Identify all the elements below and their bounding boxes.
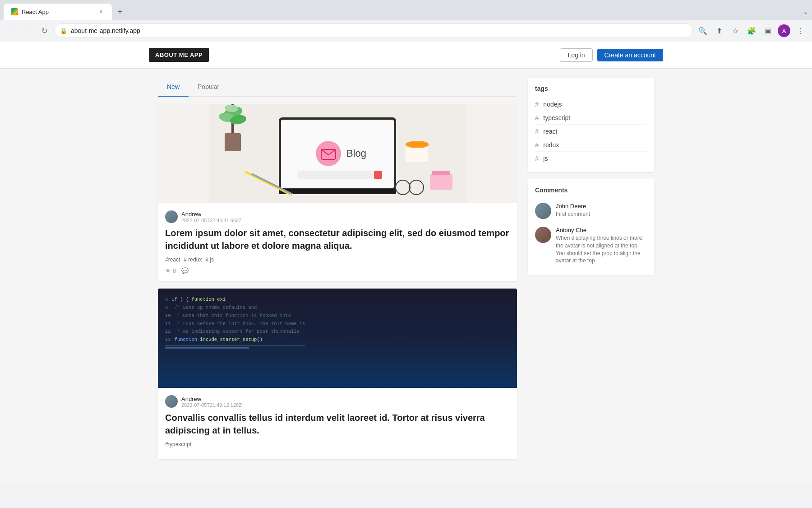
app-header: ABOUT ME APP Log in Create an account bbox=[0, 42, 812, 69]
post-title-2[interactable]: Convallis convallis tellus id interdum v… bbox=[165, 411, 510, 437]
svg-rect-6 bbox=[225, 133, 241, 151]
post-date-1: 2022-07-05T22:45:41.662Z bbox=[181, 218, 242, 223]
post-avatar-1 bbox=[165, 210, 178, 223]
post-comments-stat-1: 💬 bbox=[181, 267, 189, 274]
post-views-1: 👁 8 bbox=[165, 267, 176, 274]
menu-icon[interactable]: ⋮ bbox=[794, 24, 807, 37]
tab-popular[interactable]: Popular bbox=[189, 78, 228, 97]
tag-item-nodejs[interactable]: # nodejs bbox=[535, 98, 647, 111]
tabs-bar: New Popular bbox=[158, 78, 517, 97]
comment-content-1: John Deere First comment bbox=[556, 203, 647, 219]
hash-icon: # bbox=[535, 141, 539, 149]
sidebar: tags # nodejs # typescript # react # bbox=[528, 78, 654, 466]
main-layout: New Popular bbox=[158, 69, 654, 475]
post-tags-2: #typescript bbox=[165, 441, 510, 447]
forward-button[interactable]: → bbox=[22, 24, 34, 37]
share-icon[interactable]: ⬆ bbox=[713, 24, 725, 37]
tags-section: tags # nodejs # typescript # react # bbox=[528, 78, 654, 172]
browser-toolbar: ← → ↻ 🔒 about-me-app.netlify.app 🔍 ⬆ ☆ 🧩… bbox=[0, 20, 812, 42]
toolbar-icons: 🔍 ⬆ ☆ 🧩 ▣ A ⋮ bbox=[697, 24, 807, 37]
post-image-1: Blog bbox=[158, 104, 517, 203]
eye-icon: 👁 bbox=[165, 267, 171, 274]
comment-author-2: Antony Che bbox=[556, 227, 647, 233]
profile-button[interactable]: A bbox=[778, 24, 790, 37]
comment-text-1: First comment bbox=[556, 210, 647, 218]
tag-item-redux[interactable]: # redux bbox=[535, 138, 647, 152]
svg-rect-12 bbox=[297, 171, 378, 179]
svg-rect-22 bbox=[432, 171, 450, 175]
search-icon[interactable]: 🔍 bbox=[697, 24, 709, 37]
extensions-icon[interactable]: 🧩 bbox=[745, 24, 758, 37]
tag-label-redux: redux bbox=[543, 141, 559, 149]
tag-item-react[interactable]: # react bbox=[535, 125, 647, 138]
tag-label-js: js bbox=[543, 155, 548, 162]
svg-text:Blog: Blog bbox=[346, 148, 366, 159]
comment-avatar-john bbox=[535, 203, 551, 219]
svg-rect-21 bbox=[430, 174, 452, 190]
svg-point-18 bbox=[406, 142, 427, 147]
post-author-name-2: Andrew bbox=[181, 396, 242, 402]
post-date-2: 2022-07-05T21:49:12.128Z bbox=[181, 402, 242, 408]
svg-rect-14 bbox=[279, 189, 396, 194]
tag-label-react: react bbox=[543, 128, 557, 135]
post-tag[interactable]: # js bbox=[205, 256, 214, 263]
sidebar-toggle-icon[interactable]: ▣ bbox=[761, 24, 774, 37]
post-title-1[interactable]: Lorem ipsum dolor sit amet, consectetur … bbox=[165, 227, 510, 252]
tag-label-typescript: typescript bbox=[543, 114, 570, 121]
tab-bar: React App × + ⌄ bbox=[0, 0, 812, 20]
comment-avatar-antony bbox=[535, 227, 551, 243]
post-body-2: Andrew 2022-07-05T21:49:12.128Z Convalli… bbox=[158, 388, 517, 459]
login-button[interactable]: Log in bbox=[560, 48, 592, 62]
post-author-name-1: Andrew bbox=[181, 211, 242, 218]
post-card-2[interactable]: 8if ( { function_exi 9 /* Sets up theme … bbox=[158, 289, 517, 459]
browser-tab-react[interactable]: React App × bbox=[4, 4, 112, 20]
comment-content-2: Antony Che When displaying three lines o… bbox=[556, 227, 647, 265]
lock-icon: 🔒 bbox=[60, 28, 67, 34]
comment-icon: 💬 bbox=[181, 267, 189, 274]
tags-title: tags bbox=[535, 85, 647, 92]
comment-author-1: John Deere bbox=[556, 203, 647, 210]
tab-new[interactable]: New bbox=[158, 78, 189, 97]
tag-item-js[interactable]: # js bbox=[535, 152, 647, 165]
svg-point-9 bbox=[316, 141, 341, 166]
post-tags-1: #react # redux # js bbox=[165, 256, 510, 263]
post-tag[interactable]: #typescript bbox=[165, 441, 191, 447]
comment-item-1: John Deere First comment bbox=[535, 199, 647, 223]
post-author-info-1: Andrew 2022-07-05T22:45:41.662Z bbox=[181, 211, 242, 223]
back-button[interactable]: ← bbox=[5, 24, 18, 37]
tag-item-typescript[interactable]: # typescript bbox=[535, 111, 647, 125]
address-bar[interactable]: 🔒 about-me-app.netlify.app bbox=[54, 23, 693, 38]
view-count: 8 bbox=[173, 267, 176, 274]
comment-text-2: When displaying three lines or more, the… bbox=[556, 234, 647, 265]
reload-button[interactable]: ↻ bbox=[38, 24, 51, 37]
post-author-info-2: Andrew 2022-07-05T21:49:12.128Z bbox=[181, 396, 242, 408]
hash-icon: # bbox=[535, 127, 539, 135]
browser-window: React App × + ⌄ ← → ↻ 🔒 about-me-app.net… bbox=[0, 0, 812, 484]
code-display: 8if ( { function_exi 9 /* Sets up theme … bbox=[165, 296, 305, 350]
page-content: ABOUT ME APP Log in Create an account Ne… bbox=[0, 42, 812, 484]
create-account-button[interactable]: Create an account bbox=[597, 49, 663, 61]
post-meta-1: Andrew 2022-07-05T22:45:41.662Z bbox=[165, 210, 510, 223]
post-tag[interactable]: #react bbox=[165, 256, 180, 263]
hash-icon: # bbox=[535, 154, 539, 162]
post-body-1: Andrew 2022-07-05T22:45:41.662Z Lorem ip… bbox=[158, 203, 517, 281]
post-card-1[interactable]: Blog bbox=[158, 104, 517, 281]
hash-icon: # bbox=[535, 114, 539, 121]
new-tab-button[interactable]: + bbox=[114, 5, 126, 18]
app-logo: ABOUT ME APP bbox=[149, 48, 209, 62]
tab-list-chevron[interactable]: ⌄ bbox=[803, 8, 808, 15]
header-actions: Log in Create an account bbox=[560, 48, 663, 62]
post-image-2: 8if ( { function_exi 9 /* Sets up theme … bbox=[158, 289, 517, 388]
address-text: about-me-app.netlify.app bbox=[71, 27, 687, 34]
tab-favicon bbox=[11, 8, 18, 15]
bookmark-icon[interactable]: ☆ bbox=[729, 24, 742, 37]
tab-close-button[interactable]: × bbox=[97, 8, 105, 15]
post-meta-2: Andrew 2022-07-05T21:49:12.128Z bbox=[165, 395, 510, 408]
post-tag[interactable]: # redux bbox=[184, 256, 202, 263]
svg-rect-13 bbox=[374, 171, 382, 179]
posts-column: New Popular bbox=[158, 78, 517, 466]
post-stats-1: 👁 8 💬 bbox=[165, 267, 510, 274]
comment-item-2: Antony Che When displaying three lines o… bbox=[535, 223, 647, 268]
hash-icon: # bbox=[535, 100, 539, 108]
tab-title: React App bbox=[22, 9, 94, 15]
